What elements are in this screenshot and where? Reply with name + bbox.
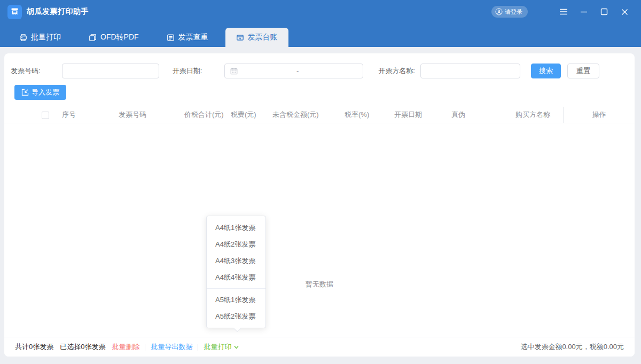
import-label: 导入发票 <box>32 88 59 97</box>
doc-check-icon <box>167 34 175 42</box>
search-form: 发票号码: 开票日期: - 开票方名称: 搜索 重置 <box>4 53 635 78</box>
batch-print-button[interactable]: 批量打印 <box>204 342 239 352</box>
menu-item-a4-3[interactable]: A4纸3张发票 <box>207 252 265 269</box>
date-label: 开票日期: <box>173 66 202 76</box>
titlebar: 胡瓜发票打印助手 请登录 <box>0 0 641 23</box>
reset-button[interactable]: 重置 <box>567 64 599 78</box>
menu-item-a5-1[interactable]: A5纸1张发票 <box>207 291 265 308</box>
tab-bar: 批量打印 OFD转PDF 发票查重 发票台账 <box>0 23 641 47</box>
import-invoice-button[interactable]: 导入发票 <box>14 85 66 100</box>
tab-label: 发票查重 <box>178 33 208 42</box>
date-separator: - <box>238 67 357 75</box>
menu-item-a4-1[interactable]: A4纸1张发票 <box>207 219 265 236</box>
close-icon[interactable] <box>614 4 635 20</box>
login-button[interactable]: 请登录 <box>491 6 528 18</box>
tab-invoice-ledger[interactable]: 发票台账 <box>225 28 288 47</box>
convert-doc-icon <box>89 34 97 42</box>
col-authenticity: 真伪 <box>451 110 515 120</box>
col-index: 序号 <box>62 110 119 120</box>
batch-print-menu: A4纸1张发票 A4纸2张发票 A4纸3张发票 A4纸4张发票 A5纸1张发票 … <box>206 216 266 328</box>
user-icon <box>495 8 503 15</box>
toolbar: 导入发票 <box>4 78 635 100</box>
menu-divider <box>207 288 265 289</box>
col-actions: 操作 <box>564 107 635 123</box>
app-title: 胡瓜发票打印助手 <box>27 7 89 17</box>
date-range-picker[interactable]: - <box>224 64 363 78</box>
printer-icon <box>19 34 27 42</box>
divider <box>198 344 198 351</box>
col-tax-rate: 税率(%) <box>345 110 394 120</box>
tab-invoice-dedup[interactable]: 发票查重 <box>156 28 219 47</box>
main-panel: 发票号码: 开票日期: - 开票方名称: 搜索 重置 导入发票 <box>4 53 635 357</box>
divider <box>145 344 145 351</box>
menu-item-a5-2[interactable]: A5纸2张发票 <box>207 308 265 325</box>
invoice-no-input[interactable] <box>62 64 159 78</box>
selected-count-text: 已选择0张发票 <box>60 342 105 352</box>
search-button[interactable]: 搜索 <box>531 64 561 78</box>
app-logo-icon <box>7 5 22 19</box>
batch-print-label: 批量打印 <box>204 342 231 352</box>
total-count-text: 共计0张发票 <box>15 342 53 352</box>
status-bar: 共计0张发票 已选择0张发票 批量删除 批量导出数据 批量打印 选中发票金额0.… <box>4 337 635 357</box>
col-invoice-no: 发票号码 <box>119 110 184 120</box>
tab-ofd-to-pdf[interactable]: OFD转PDF <box>78 28 150 47</box>
select-all-checkbox[interactable] <box>42 112 49 119</box>
col-total-with-tax: 价税合计(元) <box>184 110 231 120</box>
issuer-input[interactable] <box>420 64 520 78</box>
menu-item-a4-2[interactable]: A4纸2张发票 <box>207 236 265 252</box>
selected-amount-summary: 选中发票金额0.00元，税额0.00元 <box>520 342 624 352</box>
invoice-no-label: 发票号码: <box>11 66 41 76</box>
col-buyer-name: 购买方名称 <box>515 110 564 120</box>
maximize-icon[interactable] <box>594 4 614 20</box>
tab-batch-print[interactable]: 批量打印 <box>9 28 72 47</box>
empty-placeholder: 暂无数据 <box>4 280 635 289</box>
tab-label: OFD转PDF <box>100 33 139 42</box>
menu-item-a4-4[interactable]: A4纸4张发票 <box>207 269 265 286</box>
minimize-icon[interactable] <box>574 4 594 20</box>
col-amount-excl-tax: 未含税金额(元) <box>272 110 345 120</box>
tab-label: 发票台账 <box>248 33 278 42</box>
batch-delete-button[interactable]: 批量删除 <box>112 342 139 352</box>
ledger-icon <box>236 34 244 42</box>
menu-icon[interactable] <box>553 4 574 20</box>
batch-export-button[interactable]: 批量导出数据 <box>151 342 192 352</box>
table-header: 序号 发票号码 价税合计(元) 税费(元) 未含税金额(元) 税率(%) 开票日… <box>4 107 635 123</box>
col-invoice-date: 开票日期 <box>394 110 451 120</box>
chevron-down-icon <box>233 344 239 350</box>
issuer-label: 开票方名称: <box>378 66 415 76</box>
calendar-icon <box>230 67 238 75</box>
tab-label: 批量打印 <box>31 33 61 42</box>
col-tax: 税费(元) <box>231 110 272 120</box>
import-icon <box>21 89 29 96</box>
login-label: 请登录 <box>505 8 522 16</box>
window-controls <box>553 4 635 20</box>
